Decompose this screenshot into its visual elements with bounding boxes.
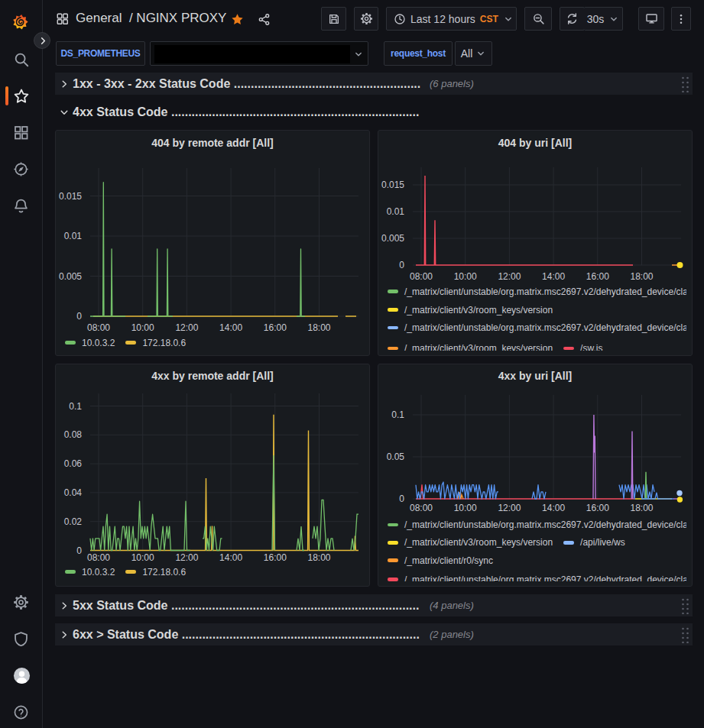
svg-text:18:00: 18:00 xyxy=(307,322,330,333)
svg-text:14:00: 14:00 xyxy=(219,322,242,333)
svg-text:08:00: 08:00 xyxy=(87,322,110,333)
svg-text:16:00: 16:00 xyxy=(264,322,287,333)
svg-text:0.02: 0.02 xyxy=(64,516,83,527)
svg-text:0.01: 0.01 xyxy=(64,231,83,241)
svg-text:18:00: 18:00 xyxy=(307,552,330,563)
svg-text:0.06: 0.06 xyxy=(64,458,83,469)
svg-text:12:00: 12:00 xyxy=(175,322,198,333)
svg-text:10:00: 10:00 xyxy=(131,552,154,563)
svg-text:0.005: 0.005 xyxy=(59,271,82,282)
svg-text:0: 0 xyxy=(76,545,82,556)
svg-text:14:00: 14:00 xyxy=(219,552,242,563)
svg-text:0.015: 0.015 xyxy=(59,191,82,202)
svg-text:0.08: 0.08 xyxy=(64,429,83,440)
svg-text:0.04: 0.04 xyxy=(64,487,83,498)
svg-text:0.1: 0.1 xyxy=(69,401,82,412)
svg-text:12:00: 12:00 xyxy=(175,552,198,563)
svg-text:0: 0 xyxy=(76,311,82,322)
svg-text:08:00: 08:00 xyxy=(87,552,110,563)
svg-text:16:00: 16:00 xyxy=(264,552,287,563)
svg-text:10:00: 10:00 xyxy=(131,322,154,333)
